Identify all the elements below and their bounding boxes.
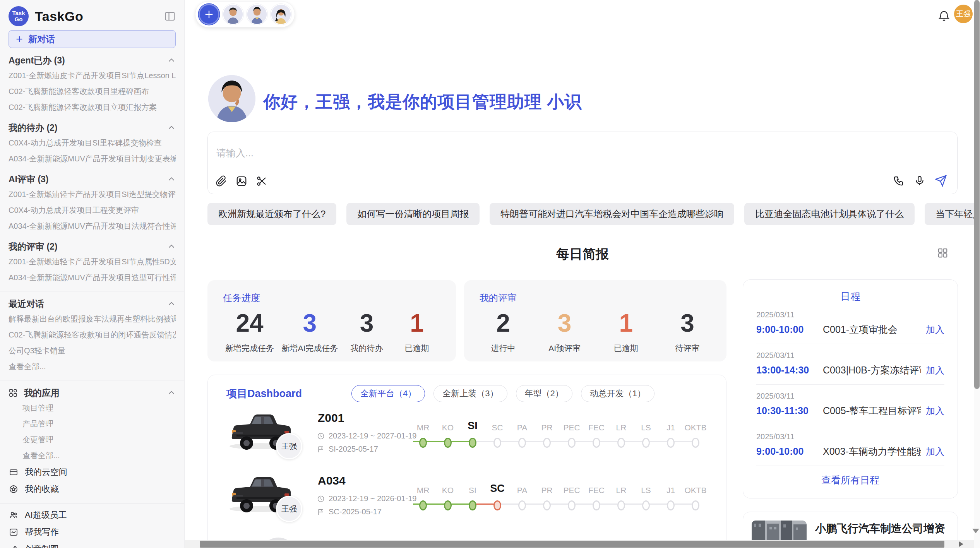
view-all-schedule-link[interactable]: 查看所有日程 — [756, 474, 944, 486]
filter-chip[interactable]: 全新上装（3） — [433, 385, 507, 402]
chevron-up-icon[interactable] — [167, 242, 176, 251]
section-my-review: 我的评审 (2) Z001-全新燃油轻卡产品开发项目SI节点属性5D文件评审 A… — [9, 239, 176, 286]
join-link[interactable]: 加入 — [926, 364, 944, 377]
milestone-dot — [543, 438, 551, 448]
horizontal-scrollbar-thumb[interactable] — [200, 541, 944, 548]
owner-name: 王强 — [281, 441, 297, 452]
briefing-layout-icon[interactable] — [937, 247, 948, 259]
attachment-icon[interactable] — [216, 175, 227, 187]
suggestion-chip[interactable]: 当下年轻人对汽车外观有怎样的喜好趋势 — [925, 203, 980, 225]
project-dates: 2023-12-19 ~ 2027-01-19 — [329, 432, 416, 440]
schedule-card: 日程 2025/03/11 9:00-10:00 C001-立项审批会 加入 2… — [743, 279, 958, 498]
app-item-project[interactable]: 项目管理 — [9, 400, 176, 416]
milestone-dot — [617, 438, 625, 448]
sidebar-item[interactable]: C02-飞腾新能源轻客改款项目里程碑画布 — [9, 84, 176, 99]
owner-name: 王强 — [281, 504, 297, 514]
stat-label: 我的待办 — [346, 343, 388, 354]
stat-value: 2 — [482, 310, 524, 337]
join-link[interactable]: 加入 — [926, 405, 944, 417]
chevron-up-icon[interactable] — [167, 300, 176, 308]
sidebar-item[interactable]: Z001-全新燃油皮卡产品开发项目SI节点Lesson Learn报告 — [9, 68, 176, 84]
recent-view-all[interactable]: 查看全部... — [9, 359, 176, 375]
suggestion-chip[interactable]: 如何写一份清晰的项目周报 — [346, 203, 480, 225]
milestone-node: J1 — [658, 483, 683, 510]
milestone-node: FEC — [584, 483, 609, 510]
app-title: TaskGo — [35, 9, 83, 24]
add-member-button[interactable] — [199, 4, 219, 25]
sidebar-item[interactable]: C0X4-动力总成开发项目SI里程碑提交物检查 — [9, 135, 176, 151]
divider — [0, 291, 184, 291]
milestone-dot — [518, 438, 526, 448]
join-link[interactable]: 加入 — [926, 445, 944, 458]
sidebar-item[interactable]: A034-全新新能源MUV产品开发项目法规符合性评审 — [9, 218, 176, 234]
ai-staff-icon — [9, 510, 19, 520]
voice-call-icon[interactable] — [893, 175, 905, 187]
sidebar-item[interactable]: Z001-全新燃油轻卡产品开发项目SI节点属性5D文件评审 — [9, 254, 176, 270]
plus-icon — [15, 35, 24, 43]
milestone-dot — [493, 500, 501, 510]
sidebar-item-draw[interactable]: 创意制图 — [9, 541, 176, 548]
sidebar-item-write[interactable]: 帮我写作 — [9, 524, 176, 541]
scissors-icon[interactable] — [256, 175, 267, 187]
section-title: 我的应用 — [24, 387, 60, 399]
recent-item[interactable]: 解释最新出台的欧盟报废车法规再生塑料比例被调至15%... — [9, 311, 176, 327]
cloud-label: 我的云空间 — [25, 466, 67, 478]
member-avatar[interactable] — [271, 4, 291, 25]
filter-chip[interactable]: 全新平台（4） — [351, 385, 425, 402]
vertical-scrollbar-thumb[interactable] — [974, 0, 980, 389]
image-upload-icon[interactable] — [236, 175, 247, 187]
sidebar-item[interactable]: C02-飞腾新能源轻客改款项目立项汇报方案 — [9, 99, 176, 115]
chat-input[interactable] — [216, 147, 797, 159]
scroll-right-arrow[interactable] — [959, 541, 963, 547]
sidebar-item-ai-staff[interactable]: AI超级员工 — [9, 507, 176, 524]
schedule-date: 2025/03/11 — [756, 432, 944, 441]
sidebar-item[interactable]: A034-全新新能源MUV产品开发项目计划变更表编写 — [9, 151, 176, 167]
schedule-time: 9:00-10:00 — [756, 446, 823, 457]
user-initials: 王强 — [956, 9, 971, 19]
ai-staff-label: AI超级员工 — [25, 509, 67, 521]
scroll-down-arrow[interactable] — [972, 529, 979, 533]
join-link[interactable]: 加入 — [926, 324, 944, 336]
recent-item[interactable]: C02-飞腾新能源轻客改款项目的闭环通告反馈情况 — [9, 327, 176, 343]
sidebar-item[interactable]: C0X4-动力总成开发项目工程变更评审 — [9, 202, 176, 218]
app-item-product[interactable]: 产品管理 — [9, 416, 176, 432]
sidebar-item-cloud[interactable]: 我的云空间 — [9, 464, 176, 481]
sidebar-item[interactable]: A034-全新新能源MUV产品开发项目造型可行性评审 — [9, 270, 176, 286]
favorites-label: 我的收藏 — [25, 483, 59, 495]
new-chat-button[interactable]: 新对话 — [9, 30, 176, 48]
collapse-sidebar-icon[interactable] — [164, 10, 176, 22]
favorites-icon — [9, 485, 19, 494]
member-avatar[interactable] — [247, 4, 267, 25]
filter-chip[interactable]: 动总开发（1） — [581, 385, 654, 402]
sidebar-item-favorites[interactable]: 我的收藏 — [9, 481, 176, 498]
microphone-icon[interactable] — [914, 175, 925, 187]
dashboard-title: 项目Dashboard — [226, 387, 302, 401]
apps-view-all[interactable]: 查看全部... — [9, 448, 176, 464]
notifications-bell-icon[interactable] — [937, 9, 951, 22]
milestone-node: PEC — [559, 483, 584, 510]
project-row[interactable]: 王强 Z001 2023-12-19 ~ 2027-01-19 SI-2025-… — [208, 406, 726, 468]
filter-chip[interactable]: 年型（2） — [516, 385, 572, 402]
milestone-node: PA — [510, 421, 535, 448]
recent-item[interactable]: 公司Q3轻卡销量 — [9, 343, 176, 359]
sidebar-item[interactable]: Z001-全新燃油轻卡产品开发项目SI造型提交物评审 — [9, 187, 176, 202]
suggestion-chip[interactable]: 比亚迪全固态电池计划具体说了什么 — [744, 203, 915, 225]
stat: 1已逾期 — [605, 310, 647, 354]
user-avatar[interactable]: 王强 — [954, 5, 973, 23]
clock-icon — [317, 432, 325, 440]
chevron-up-icon[interactable] — [167, 123, 176, 132]
project-row[interactable]: 王强 A034 2023-12-19 ~ 2026-01-19 SC-2025-… — [208, 469, 726, 531]
logo-line1: Task — [12, 10, 25, 16]
chevron-up-icon[interactable] — [167, 56, 176, 65]
stat-label: AI预评审 — [543, 343, 586, 354]
suggestion-chip[interactable]: 特朗普可能对进口汽车增税会对中国车企造成哪些影响 — [490, 203, 734, 225]
chevron-up-icon[interactable] — [167, 389, 176, 397]
suggestion-chip[interactable]: 欧洲新规最近颁布了什么? — [207, 203, 336, 225]
stat-label: 新增AI完成任务 — [281, 343, 338, 354]
milestone-node: OKTB — [683, 483, 708, 510]
send-icon[interactable] — [935, 175, 947, 187]
milestone-dot — [692, 438, 699, 448]
chevron-up-icon[interactable] — [167, 175, 176, 183]
app-item-change[interactable]: 变更管理 — [9, 432, 176, 448]
member-avatar[interactable] — [223, 4, 243, 25]
